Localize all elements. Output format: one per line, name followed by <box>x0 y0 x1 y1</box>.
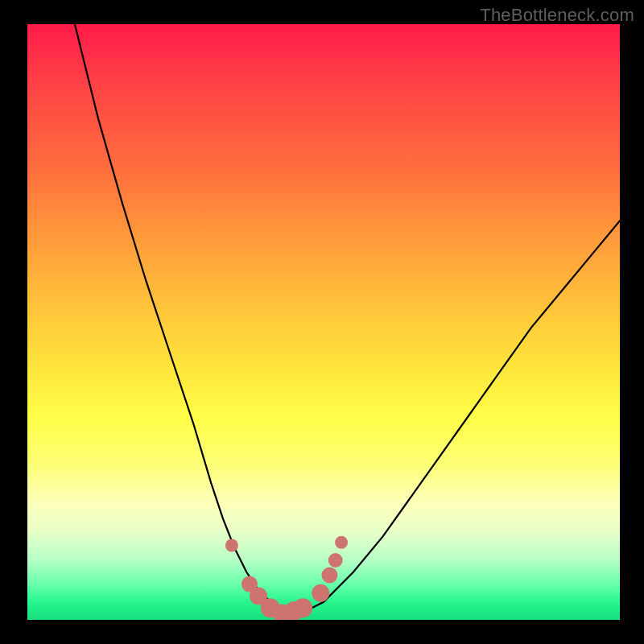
curve-dot <box>293 598 312 617</box>
chart-svg <box>27 24 620 620</box>
chart-frame: TheBottleneck.com <box>0 0 644 644</box>
dot-cluster <box>225 536 348 620</box>
watermark-text: TheBottleneck.com <box>480 5 634 26</box>
curve-dot <box>321 568 337 584</box>
bottleneck-curve <box>75 24 620 614</box>
plot-area <box>27 24 620 620</box>
curve-dot <box>335 536 348 549</box>
curve-dot <box>225 539 238 552</box>
curve-dot <box>312 584 329 602</box>
curve-dot <box>328 553 343 568</box>
